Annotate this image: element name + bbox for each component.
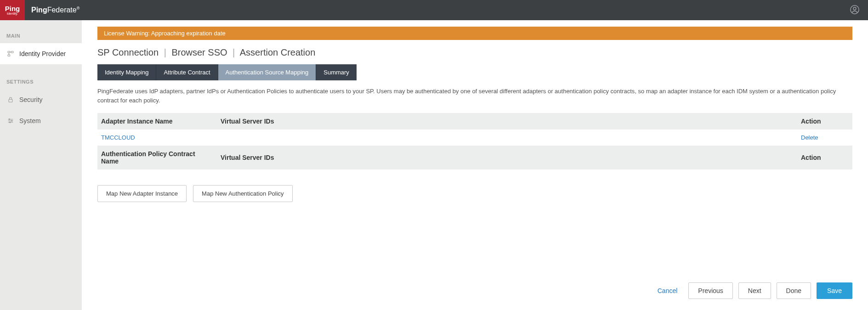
logo-identity-text: Identity.	[7, 12, 18, 15]
breadcrumb-sp-connection: SP Connection	[97, 47, 159, 57]
page-description: PingFederate uses IdP adapters, partner …	[97, 87, 852, 105]
tab-authentication-source-mapping[interactable]: Authentication Source Mapping	[218, 64, 317, 80]
col-auth-policy-name: Authentication Policy Contract Name	[97, 146, 217, 169]
sidebar-heading-settings: SETTINGS	[0, 74, 82, 89]
map-new-adapter-button[interactable]: Map New Adapter Instance	[97, 185, 187, 202]
adapter-name-link[interactable]: TMCCLOUD	[101, 134, 135, 141]
tabs: Identity Mapping Attribute Contract Auth…	[97, 64, 852, 80]
topbar: Ping Identity. PingFederate®	[0, 0, 868, 20]
sidebar: MAIN Identity Provider SETTINGS Securit	[0, 20, 82, 310]
svg-rect-2	[8, 51, 10, 53]
brand-title: PingFederate®	[31, 6, 79, 14]
breadcrumb-assertion-creation: Assertion Creation	[240, 47, 316, 57]
svg-point-8	[10, 122, 11, 123]
sidebar-item-label: Security	[19, 96, 43, 103]
identity-provider-icon	[6, 50, 15, 58]
sidebar-item-label: Identity Provider	[19, 50, 66, 57]
main-content: License Warning: Approaching expiration …	[82, 20, 868, 310]
breadcrumb: SP Connection | Browser SSO | Assertion …	[97, 47, 852, 58]
adapter-table: Adapter Instance Name Virtual Server IDs…	[97, 113, 852, 169]
ping-logo: Ping Identity.	[0, 0, 25, 20]
svg-rect-4	[8, 55, 10, 56]
breadcrumb-browser-sso: Browser SSO	[171, 47, 227, 57]
col-adapter-name: Adapter Instance Name	[97, 113, 217, 130]
svg-point-1	[853, 7, 856, 10]
license-warning: License Warning: Approaching expiration …	[97, 27, 852, 40]
breadcrumb-separator: |	[164, 47, 166, 57]
svg-rect-5	[9, 99, 12, 102]
col-action: Action	[797, 113, 852, 130]
user-icon[interactable]	[850, 5, 860, 16]
map-new-auth-policy-button[interactable]: Map New Authentication Policy	[193, 185, 292, 202]
tab-summary[interactable]: Summary	[316, 64, 357, 80]
col-virtual-server-ids: Virtual Server IDs	[217, 113, 797, 130]
breadcrumb-separator: |	[233, 47, 235, 57]
sidebar-heading-main: MAIN	[0, 28, 82, 43]
tab-identity-mapping[interactable]: Identity Mapping	[97, 64, 156, 80]
table-row: TMCCLOUD Delete	[97, 130, 852, 146]
previous-button[interactable]: Previous	[688, 282, 732, 299]
sliders-icon	[6, 117, 15, 125]
sidebar-item-label: System	[19, 117, 41, 124]
delete-link[interactable]: Delete	[801, 134, 818, 141]
cancel-button[interactable]: Cancel	[652, 283, 683, 298]
lock-icon	[6, 96, 15, 104]
col-virtual-server-ids-2: Virtual Server IDs	[217, 146, 797, 169]
sidebar-item-security[interactable]: Security	[0, 89, 82, 110]
svg-point-6	[9, 119, 10, 120]
save-button[interactable]: Save	[817, 282, 852, 299]
tab-attribute-contract[interactable]: Attribute Contract	[156, 64, 218, 80]
sidebar-item-system[interactable]: System	[0, 110, 82, 131]
done-button[interactable]: Done	[777, 282, 811, 299]
button-row: Map New Adapter Instance Map New Authent…	[97, 185, 852, 202]
adapter-vsid	[217, 130, 797, 146]
footer-actions: Cancel Previous Next Done Save	[97, 237, 852, 299]
sidebar-item-identity-provider[interactable]: Identity Provider	[0, 43, 82, 64]
next-button[interactable]: Next	[738, 282, 771, 299]
svg-rect-3	[11, 51, 13, 53]
logo-ping-text: Ping	[5, 5, 20, 12]
registered-mark: ®	[77, 6, 80, 11]
svg-point-7	[11, 120, 12, 121]
col-action-2: Action	[797, 146, 852, 169]
